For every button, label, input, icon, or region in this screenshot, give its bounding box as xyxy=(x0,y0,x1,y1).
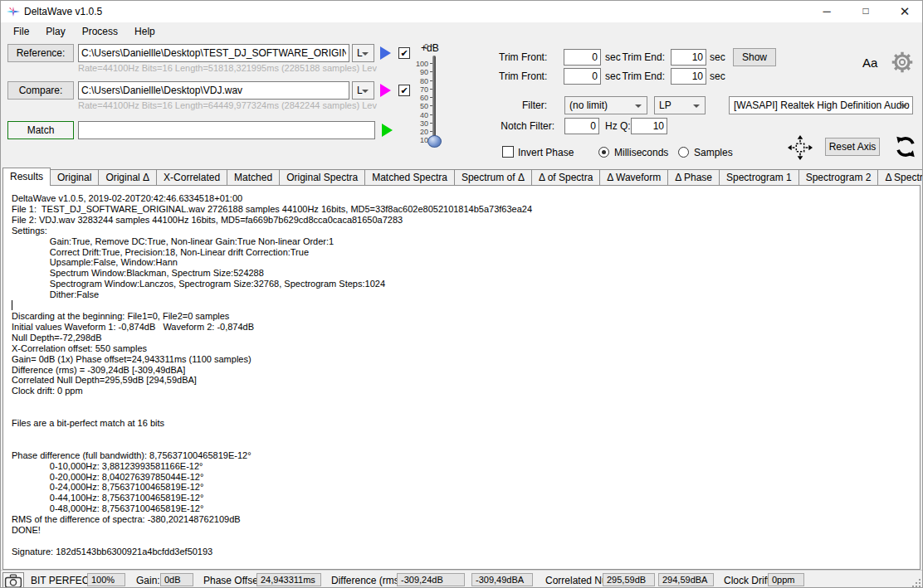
font-size-button[interactable]: Aa xyxy=(862,56,877,70)
tab-delta-waveform[interactable]: Δ Waveform xyxy=(600,169,668,185)
filter-label: Filter: xyxy=(499,100,547,111)
chevron-down-icon xyxy=(693,104,700,108)
results-panel: DeltaWave v1.0.5, 2019-02-20T20:42:46.63… xyxy=(2,185,921,570)
trim-end-input-1[interactable] xyxy=(671,49,706,66)
reference-channel-select[interactable]: L xyxy=(352,44,374,62)
app-icon xyxy=(7,5,20,18)
reference-path-input[interactable] xyxy=(78,44,349,62)
filter-limit-select[interactable]: (no limit) xyxy=(564,96,647,114)
volume-tick: 30 xyxy=(411,119,428,128)
compare-path-input[interactable] xyxy=(78,81,349,100)
volume-tick: 70 xyxy=(411,85,428,94)
screenshot-button[interactable] xyxy=(2,572,24,588)
milliseconds-radio[interactable] xyxy=(598,147,609,158)
phase-offset-value: 24,943311ms xyxy=(256,573,321,586)
compare-channel-select[interactable]: L xyxy=(352,81,374,100)
play-reference-button[interactable] xyxy=(380,46,391,60)
correlated-null-dba-value: 294,59dBA xyxy=(658,573,714,586)
gear-icon xyxy=(889,49,916,75)
samples-radio[interactable] xyxy=(678,147,689,158)
tab-results[interactable]: Results xyxy=(2,168,51,186)
minimize-button[interactable]: ─ xyxy=(808,1,846,22)
trim-end-input-2[interactable] xyxy=(671,68,706,85)
gain-value: 0dB xyxy=(160,573,193,586)
invert-phase-checkbox[interactable] xyxy=(502,146,514,158)
refresh-icon xyxy=(894,135,917,158)
volume-tick: 90 xyxy=(411,68,428,76)
chevron-down-icon xyxy=(901,104,907,108)
tab-delta-spectrogram[interactable]: Δ Spectrogram xyxy=(878,169,923,185)
check-icon: ✔ xyxy=(400,85,408,95)
compare-enable-checkbox[interactable]: ✔ xyxy=(398,85,410,96)
minimize-icon: ─ xyxy=(823,5,830,17)
reset-axis-button[interactable]: Reset Axis xyxy=(825,138,880,156)
volume-slider: +dB 100 90 80 70 60 50 40 30 20 10 0 xyxy=(411,42,451,165)
sec-label: sec xyxy=(710,51,725,63)
window-title: DeltaWave v1.0.5 xyxy=(24,6,102,17)
compare-button[interactable]: Compare: xyxy=(7,81,74,100)
trim-end-label-2: Trim End: xyxy=(617,70,665,82)
match-button[interactable]: Match xyxy=(7,121,74,139)
milliseconds-label: Milliseconds xyxy=(614,147,668,158)
correlated-null-db-value: 295,59dB xyxy=(603,573,655,586)
tab-original[interactable]: Original xyxy=(51,169,99,185)
menu-bar: File Play Process Help xyxy=(1,22,922,41)
reference-file-info: Rate=44100Hz Bits=16 Length=51818,321995… xyxy=(78,63,377,73)
maximize-icon: □ xyxy=(862,5,868,17)
close-button[interactable]: ✕ xyxy=(886,1,923,22)
trim-front-label-1: Trim Front: xyxy=(499,51,547,63)
camera-icon xyxy=(3,574,23,588)
reference-enable-checkbox[interactable]: ✔ xyxy=(398,47,410,59)
volume-tick: 20 xyxy=(411,128,428,136)
notch-q-input[interactable] xyxy=(631,118,667,134)
resize-grip[interactable] xyxy=(919,586,921,587)
menu-process[interactable]: Process xyxy=(74,22,126,41)
volume-track[interactable] xyxy=(432,56,436,145)
tab-spectrogram-2[interactable]: Spectrogram 2 xyxy=(799,169,879,185)
play-compare-button[interactable] xyxy=(380,84,391,97)
results-text[interactable]: DeltaWave v1.0.5, 2019-02-20T20:42:46.63… xyxy=(12,193,532,557)
tab-spectrogram-1[interactable]: Spectrogram 1 xyxy=(720,169,799,185)
trim-front-input-1[interactable] xyxy=(564,49,601,66)
volume-tick: 80 xyxy=(411,77,428,85)
play-match-button[interactable] xyxy=(382,124,393,137)
menu-file[interactable]: File xyxy=(5,22,37,41)
reference-button[interactable]: Reference: xyxy=(7,44,74,62)
title-bar: DeltaWave v1.0.5 ─ □ ✕ xyxy=(1,1,922,22)
chevron-down-icon xyxy=(362,52,369,56)
tab-delta-of-spectra[interactable]: Δ of Spectra xyxy=(532,169,600,185)
compare-file-info: Rate=44100Hz Bits=16 Length=64449,977324… xyxy=(78,100,377,110)
tab-original-spectra[interactable]: Original Spectra xyxy=(280,169,365,185)
volume-tick: 10 xyxy=(411,136,428,144)
close-icon: ✕ xyxy=(900,4,911,18)
menu-play[interactable]: Play xyxy=(37,22,73,41)
audio-device-select[interactable]: [WASAPI] Realtek High Definition Audio 4 xyxy=(729,96,913,114)
show-button[interactable]: Show xyxy=(733,48,776,66)
check-icon: ✔ xyxy=(400,48,408,58)
sec-label: sec xyxy=(710,70,725,82)
maximize-button[interactable]: □ xyxy=(847,1,885,22)
tab-matched-spectra[interactable]: Matched Spectra xyxy=(365,169,455,185)
volume-thumb[interactable] xyxy=(427,135,442,148)
volume-tick: 50 xyxy=(411,102,428,110)
tab-spectrum-of-delta[interactable]: Spectrum of Δ xyxy=(455,169,532,185)
clock-drift-label: Clock Drift: xyxy=(724,575,773,586)
tab-matched[interactable]: Matched xyxy=(227,169,280,185)
trim-front-input-2[interactable] xyxy=(564,68,601,85)
filter-type-select[interactable]: LP xyxy=(654,96,706,114)
difference-db-value: -309,24dB xyxy=(397,573,465,586)
settings-button[interactable] xyxy=(889,49,916,75)
difference-label: Difference (rms): xyxy=(331,575,405,586)
volume-tick: 40 xyxy=(411,111,428,119)
pan-axis-button[interactable] xyxy=(788,135,813,160)
chevron-down-icon xyxy=(362,90,369,93)
menu-help[interactable]: Help xyxy=(126,22,164,41)
gain-label: Gain: xyxy=(136,575,160,586)
refresh-button[interactable] xyxy=(894,135,917,158)
tab-x-correlated[interactable]: X-Correlated xyxy=(157,169,227,185)
tab-original-delta[interactable]: Original Δ xyxy=(99,169,157,185)
samples-label: Samples xyxy=(694,147,733,158)
notch-freq-input[interactable] xyxy=(564,118,599,134)
tab-delta-phase[interactable]: Δ Phase xyxy=(668,169,720,185)
match-input[interactable] xyxy=(78,121,375,139)
